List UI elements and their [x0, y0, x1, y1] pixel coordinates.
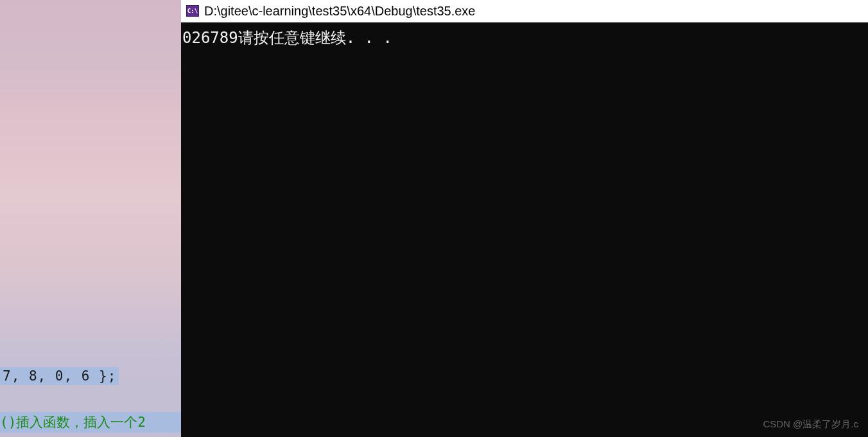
window-title: D:\gitee\c-learning\test35\x64\Debug\tes…: [204, 4, 475, 19]
code-fragment-comment: ()插入函数，插入一个2: [0, 412, 181, 433]
csdn-watermark: CSDN @温柔了岁月.c: [763, 418, 858, 431]
background-gradient: 7, 8, 0, 6 }; ()插入函数，插入一个2: [0, 0, 181, 437]
console-window: C:\ D:\gitee\c-learning\test35\x64\Debug…: [181, 0, 868, 437]
console-body[interactable]: 026789请按任意键继续. . .: [181, 22, 868, 437]
code-fragment-array: 7, 8, 0, 6 };: [0, 367, 119, 385]
console-icon: C:\: [186, 5, 199, 17]
console-output-text: 026789请按任意键继续. . .: [182, 28, 867, 48]
title-bar[interactable]: C:\ D:\gitee\c-learning\test35\x64\Debug…: [181, 0, 868, 22]
